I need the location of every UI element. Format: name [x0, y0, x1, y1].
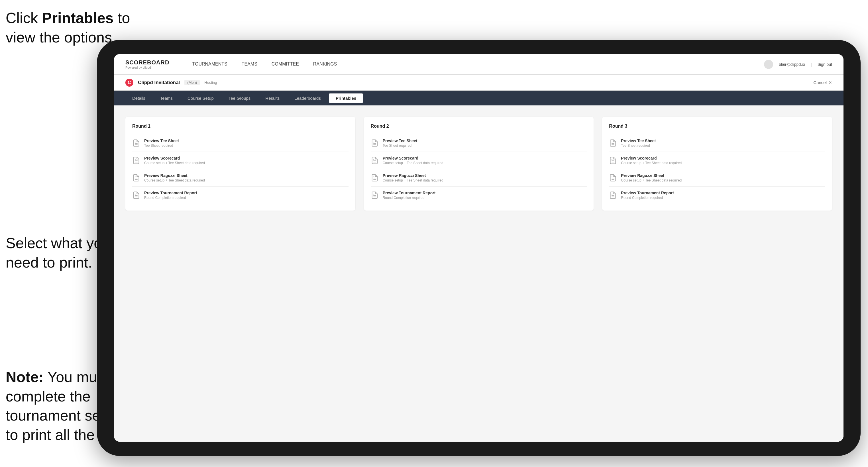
print-item-r2-2[interactable]: Preview ScorecardCourse setup + Tee Shee… — [371, 152, 587, 169]
nav-teams[interactable]: TEAMS — [242, 62, 257, 67]
tab-details[interactable]: Details — [125, 93, 152, 103]
print-item-text: Preview Tee SheetTee Sheet required — [383, 138, 417, 148]
tab-teams[interactable]: Teams — [153, 93, 180, 103]
print-item-subtitle: Course setup + Tee Sheet data required — [383, 161, 443, 165]
print-item-subtitle: Tee Sheet required — [621, 144, 656, 148]
brand-title: SCOREBOARD — [125, 59, 169, 66]
print-item-title: Preview Tee Sheet — [621, 138, 656, 143]
round-1-column: Round 1 Preview Tee SheetTee Sheet requi… — [125, 117, 355, 211]
round-1-title: Round 1 — [132, 124, 348, 129]
round-2-column: Round 2 Preview Tee SheetTee Sheet requi… — [364, 117, 594, 211]
tab-bar: Details Teams Course Setup Tee Groups Re… — [114, 91, 843, 105]
document-icon — [609, 156, 617, 164]
print-item-subtitle: Tee Sheet required — [144, 144, 179, 148]
print-item-subtitle: Course setup + Tee Sheet data required — [621, 161, 682, 165]
print-item-subtitle: Course setup + Tee Sheet data required — [144, 161, 205, 165]
tournament-badge: (Men) — [184, 80, 200, 85]
top-nav: SCOREBOARD Powered by clippd TOURNAMENTS… — [114, 54, 843, 75]
top-nav-links: TOURNAMENTS TEAMS COMMITTEE RANKINGS — [192, 62, 747, 67]
print-item-r2-4[interactable]: Preview Tournament ReportRound Completio… — [371, 187, 587, 204]
print-item-r1-1[interactable]: Preview Tee SheetTee Sheet required — [132, 134, 348, 152]
tournament-info: C Clippd Invitational (Men) Hosting — [125, 79, 217, 87]
print-item-text: Preview Tee SheetTee Sheet required — [144, 138, 179, 148]
print-item-title: Preview Scorecard — [383, 156, 443, 160]
document-icon — [132, 156, 140, 164]
print-item-title: Preview Tee Sheet — [383, 138, 417, 143]
nav-committee[interactable]: COMMITTEE — [272, 62, 299, 67]
print-item-title: Preview Tournament Report — [621, 191, 674, 195]
print-item-r1-3[interactable]: Preview Raguzzi SheetCourse setup + Tee … — [132, 169, 348, 187]
print-item-text: Preview ScorecardCourse setup + Tee Shee… — [144, 156, 205, 165]
print-item-title: Preview Scorecard — [144, 156, 205, 160]
tablet-screen: SCOREBOARD Powered by clippd TOURNAMENTS… — [114, 54, 843, 442]
rounds-grid: Round 1 Preview Tee SheetTee Sheet requi… — [125, 117, 832, 211]
round-3-title: Round 3 — [609, 124, 825, 129]
print-item-title: Preview Scorecard — [621, 156, 682, 160]
nav-tournaments[interactable]: TOURNAMENTS — [192, 62, 227, 67]
document-icon — [371, 174, 379, 182]
tab-course-setup[interactable]: Course Setup — [181, 93, 221, 103]
print-item-title: Preview Raguzzi Sheet — [621, 173, 682, 178]
print-item-r1-4[interactable]: Preview Tournament ReportRound Completio… — [132, 187, 348, 204]
round-2-title: Round 2 — [371, 124, 587, 129]
print-item-title: Preview Raguzzi Sheet — [144, 173, 205, 178]
print-item-text: Preview Tournament ReportRound Completio… — [383, 191, 436, 200]
document-icon — [132, 191, 140, 199]
print-item-text: Preview Tournament ReportRound Completio… — [621, 191, 674, 200]
sign-out-link[interactable]: Sign out — [817, 62, 832, 67]
cancel-button[interactable]: Cancel ✕ — [813, 80, 832, 85]
print-item-title: Preview Tournament Report — [383, 191, 436, 195]
print-item-r2-1[interactable]: Preview Tee SheetTee Sheet required — [371, 134, 587, 152]
print-item-text: Preview Tee SheetTee Sheet required — [621, 138, 656, 148]
print-item-title: Preview Tournament Report — [144, 191, 197, 195]
document-icon — [371, 156, 379, 164]
avatar — [764, 60, 773, 69]
document-icon — [371, 191, 379, 199]
print-item-subtitle: Round Completion required — [383, 196, 436, 200]
print-item-subtitle: Course setup + Tee Sheet data required — [621, 178, 682, 182]
annotation-middle: Select what youneed to print. — [6, 234, 110, 272]
print-item-subtitle: Round Completion required — [144, 196, 197, 200]
print-item-text: Preview Raguzzi SheetCourse setup + Tee … — [144, 173, 205, 182]
user-email: blair@clippd.io — [779, 62, 805, 67]
document-icon — [371, 139, 379, 147]
print-item-r3-3[interactable]: Preview Raguzzi SheetCourse setup + Tee … — [609, 169, 825, 187]
hosting-badge: Hosting — [204, 80, 217, 85]
print-item-r3-4[interactable]: Preview Tournament ReportRound Completio… — [609, 187, 825, 204]
tablet: SCOREBOARD Powered by clippd TOURNAMENTS… — [97, 40, 861, 456]
document-icon — [609, 191, 617, 199]
tab-printables[interactable]: Printables — [329, 93, 363, 103]
c-logo: C — [125, 79, 133, 87]
print-item-r2-3[interactable]: Preview Raguzzi SheetCourse setup + Tee … — [371, 169, 587, 187]
main-content: Round 1 Preview Tee SheetTee Sheet requi… — [114, 105, 843, 442]
print-item-r3-1[interactable]: Preview Tee SheetTee Sheet required — [609, 134, 825, 152]
print-item-text: Preview ScorecardCourse setup + Tee Shee… — [621, 156, 682, 165]
round-3-column: Round 3 Preview Tee SheetTee Sheet requi… — [602, 117, 832, 211]
print-item-subtitle: Round Completion required — [621, 196, 674, 200]
tab-results[interactable]: Results — [258, 93, 286, 103]
document-icon — [132, 139, 140, 147]
print-item-subtitle: Tee Sheet required — [383, 144, 417, 148]
print-item-r1-2[interactable]: Preview ScorecardCourse setup + Tee Shee… — [132, 152, 348, 169]
print-item-title: Preview Raguzzi Sheet — [383, 173, 443, 178]
tab-tee-groups[interactable]: Tee Groups — [222, 93, 258, 103]
brand-sub: Powered by clippd — [125, 66, 169, 69]
document-icon — [609, 174, 617, 182]
print-item-text: Preview Tournament ReportRound Completio… — [144, 191, 197, 200]
document-icon — [609, 139, 617, 147]
sub-header: C Clippd Invitational (Men) Hosting Canc… — [114, 75, 843, 91]
print-item-text: Preview ScorecardCourse setup + Tee Shee… — [383, 156, 443, 165]
print-item-title: Preview Tee Sheet — [144, 138, 179, 143]
document-icon — [132, 174, 140, 182]
brand: SCOREBOARD Powered by clippd — [125, 59, 169, 69]
tab-leaderboards[interactable]: Leaderboards — [287, 93, 328, 103]
top-nav-right: blair@clippd.io | Sign out — [764, 60, 832, 69]
print-item-text: Preview Raguzzi SheetCourse setup + Tee … — [621, 173, 682, 182]
print-item-subtitle: Course setup + Tee Sheet data required — [383, 178, 443, 182]
print-item-r3-2[interactable]: Preview ScorecardCourse setup + Tee Shee… — [609, 152, 825, 169]
tournament-name: Clippd Invitational — [138, 80, 180, 86]
nav-rankings[interactable]: RANKINGS — [313, 62, 337, 67]
print-item-text: Preview Raguzzi SheetCourse setup + Tee … — [383, 173, 443, 182]
print-item-subtitle: Course setup + Tee Sheet data required — [144, 178, 205, 182]
